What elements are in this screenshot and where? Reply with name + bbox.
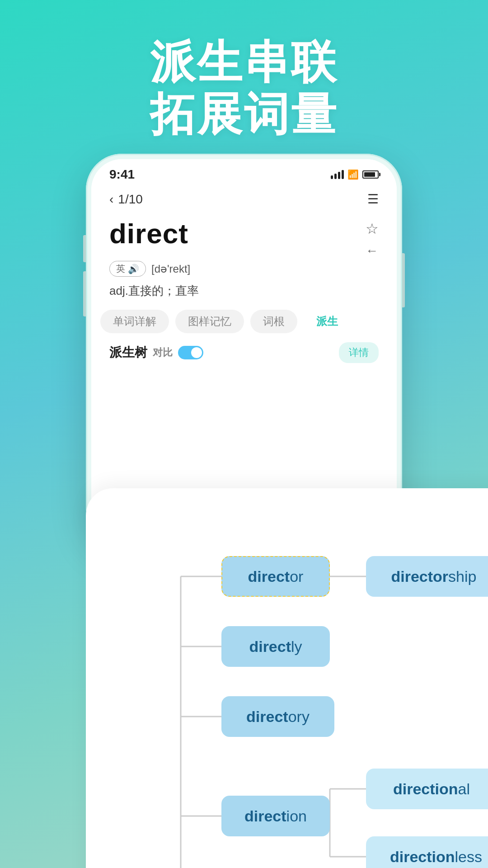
node-directionless-text: directionless <box>390 848 482 866</box>
node-director[interactable]: director <box>221 556 330 597</box>
word-title: direct <box>109 217 188 250</box>
hero-title-line2: 拓展词量 <box>0 88 488 140</box>
tree-title: 派生树 <box>109 344 147 361</box>
language-badge[interactable]: 英 🔊 <box>109 261 146 277</box>
back-icon[interactable]: ‹ <box>109 192 113 207</box>
tree-diagram: direct director directorship directly <box>86 515 488 868</box>
compare-toggle[interactable] <box>178 346 203 359</box>
node-directly[interactable]: directly <box>221 626 330 667</box>
compare-text: 对比 <box>153 346 173 359</box>
node-director-text: director <box>248 568 304 585</box>
battery-icon <box>362 170 379 179</box>
tab-root[interactable]: 词根 <box>250 310 297 333</box>
word-actions: ☆ ← <box>366 220 379 258</box>
phone-screen: 9:41 📶 ‹ 1/ <box>91 159 397 537</box>
phonetic-row: 英 🔊 [də'rekt] <box>109 261 379 277</box>
status-icons: 📶 <box>331 169 379 180</box>
node-directory[interactable]: directory <box>221 696 334 737</box>
phone-container: 9:41 📶 ‹ 1/ <box>86 154 402 868</box>
phonetic-text: [də'rekt] <box>151 263 190 275</box>
wifi-icon: 📶 <box>347 169 359 180</box>
tree-header: 派生树 对比 详情 <box>91 338 397 369</box>
speaker-icon[interactable]: 🔊 <box>128 264 139 274</box>
nav-left: ‹ 1/10 <box>109 192 143 207</box>
tab-image-memory[interactable]: 图样记忆 <box>175 310 244 333</box>
node-directory-text: directory <box>246 708 310 726</box>
phone-button-power <box>402 253 405 307</box>
node-directorship-text: directorship <box>391 568 477 585</box>
tree-label: 派生树 对比 <box>109 344 203 361</box>
node-direction-text: direction <box>244 807 307 825</box>
status-time: 9:41 <box>109 167 135 182</box>
hero-title-line1: 派生串联 <box>0 36 488 88</box>
tabs-row: 单词详解 图样记忆 词根 派生 <box>91 305 397 338</box>
page-indicator: 1/10 <box>118 192 143 207</box>
node-directional[interactable]: directional <box>366 769 488 809</box>
tab-word-detail[interactable]: 单词详解 <box>100 310 169 333</box>
node-directly-text: directly <box>249 638 302 656</box>
signal-icon <box>331 170 344 179</box>
status-bar: 9:41 📶 <box>91 159 397 185</box>
word-row: direct ☆ ← <box>109 217 379 258</box>
node-directional-text: directional <box>393 780 470 798</box>
phone-frame: 9:41 📶 ‹ 1/ <box>86 154 402 542</box>
lang-text: 英 <box>116 263 125 275</box>
tab-derivative[interactable]: 派生 <box>304 310 351 333</box>
node-directionless[interactable]: directionless <box>366 836 488 868</box>
word-tree-card: direct director directorship directly <box>86 488 488 868</box>
word-section: direct ☆ ← 英 🔊 [də'rekt] adj.直接的；直率 <box>91 213 397 305</box>
node-directorship[interactable]: directorship <box>366 556 488 597</box>
node-direction[interactable]: direction <box>221 796 330 836</box>
word-definition: adj.直接的；直率 <box>109 283 379 305</box>
favorite-icon[interactable]: ☆ <box>366 220 379 237</box>
filter-icon[interactable]: ☰ <box>367 192 379 207</box>
navigation-bar: ‹ 1/10 ☰ <box>91 185 397 213</box>
return-icon[interactable]: ← <box>366 244 379 258</box>
hero-section: 派生串联 拓展词量 <box>0 0 488 158</box>
detail-button[interactable]: 详情 <box>339 342 379 363</box>
